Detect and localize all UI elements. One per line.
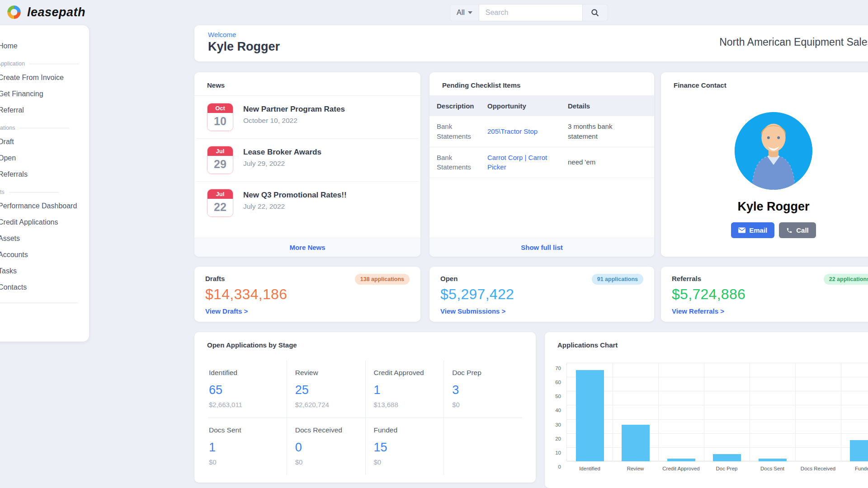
chart-bar-docs-sent xyxy=(759,459,787,461)
more-news-link[interactable]: More News xyxy=(289,244,325,251)
table-row: Bank StatementsCarrot Corp | Carrot Pick… xyxy=(429,147,654,178)
y-axis-tick-label: 50 xyxy=(555,394,561,399)
opportunity-link[interactable]: Carrot Corp | Carrot Picker xyxy=(487,154,547,171)
stage-count: 1 xyxy=(209,441,287,455)
sidebar-item-performance-dashboard[interactable]: Performance Dashboard xyxy=(0,198,89,214)
search-input[interactable] xyxy=(479,4,583,21)
stat-amount: $5,297,422 xyxy=(440,286,643,303)
sidebar-item-credit-applications[interactable]: Credit Applications xyxy=(0,214,89,230)
chart-gridline xyxy=(567,405,868,405)
stage-count: 25 xyxy=(295,383,365,397)
y-axis-tick-label: 10 xyxy=(555,450,561,455)
finance-card-title: Finance Contact xyxy=(661,72,868,95)
sidebar-item-get-financing[interactable]: Get Financing xyxy=(0,86,89,102)
leasepath-logo[interactable]: leasepath xyxy=(5,3,85,22)
sidebar-nav: HomeNew ApplicationCreate From InvoiceGe… xyxy=(0,25,89,342)
stat-view-link[interactable]: View Drafts > xyxy=(205,307,248,315)
sidebar-item-open[interactable]: Open xyxy=(0,150,89,166)
chart-gridline xyxy=(658,363,659,461)
sidebar-section-text: New Application xyxy=(0,61,25,67)
checklist-details-cell: 3 months bank statement xyxy=(568,122,645,141)
stage-amount: $0 xyxy=(209,458,287,466)
search-scope-dropdown[interactable]: All xyxy=(450,4,479,21)
show-full-list-link[interactable]: Show full list xyxy=(521,244,563,251)
y-axis-tick-label: 0 xyxy=(558,464,561,469)
call-button[interactable]: Call xyxy=(779,222,816,238)
news-list-item[interactable]: Jul29Lease Broker AwardsJuly 29, 2022 xyxy=(196,139,419,182)
sidebar-section-label: New Application xyxy=(0,61,89,67)
leasepath-pinwheel-icon xyxy=(5,3,24,22)
chart-bar-review xyxy=(622,425,650,461)
checklist-details-cell: need 'em xyxy=(568,157,645,167)
applications-chart-panel: Applications Chart 010203040506070 Ident… xyxy=(545,332,868,488)
sidebar-section-label: Reports xyxy=(0,189,89,195)
news-list-item[interactable]: Jul22New Q3 Promotional Rates!!July 22, … xyxy=(196,182,419,224)
news-card: News Oct10New Partner Program RatesOctob… xyxy=(194,72,420,257)
stat-amount: $14,334,186 xyxy=(205,286,410,303)
calendar-day: 29 xyxy=(208,156,233,174)
sidebar-item-assets[interactable]: Assets xyxy=(0,230,89,247)
opportunity-link[interactable]: 205\Tractor Stop xyxy=(487,127,538,135)
y-axis-tick-label: 70 xyxy=(555,366,561,371)
chart-gridline xyxy=(567,419,868,420)
stat-view-link[interactable]: View Submissions > xyxy=(440,307,505,315)
organization-name: North American Equipment Sales xyxy=(719,36,868,48)
phone-icon xyxy=(786,227,793,234)
chart-gridline xyxy=(567,433,868,434)
stage-cell-doc-prep: Doc Prep3$0 xyxy=(443,361,522,418)
applications-count-badge: 138 applications xyxy=(355,274,410,285)
contact-name: Kyle Rogger xyxy=(661,200,868,214)
avatar xyxy=(735,112,812,190)
sidebar-item-referral[interactable]: Referral xyxy=(0,102,89,118)
x-axis-category-label: Docs Sent xyxy=(760,466,784,471)
applications-count-badge: 22 applications xyxy=(824,274,868,285)
sidebar-item-home[interactable]: Home xyxy=(0,38,89,54)
checklist-opportunity-cell: Carrot Corp | Carrot Picker xyxy=(487,153,568,173)
sidebar-section-text: Applications xyxy=(0,125,15,131)
chart-gridline xyxy=(567,391,868,391)
contact-photo-illustration xyxy=(735,112,812,190)
stages-panel-title: Open Applications by Stage xyxy=(194,332,536,355)
news-item-text: Lease Broker AwardsJuly 29, 2022 xyxy=(243,146,321,168)
news-list-item[interactable]: Oct10New Partner Program RatesOctober 10… xyxy=(196,96,419,139)
sidebar-item-referrals[interactable]: Referrals xyxy=(0,166,89,183)
stage-count: 1 xyxy=(374,383,444,397)
y-axis-tick-label: 40 xyxy=(555,408,561,413)
section-divider-line xyxy=(29,64,79,64)
y-axis-tick-label: 30 xyxy=(555,422,561,427)
x-axis-category-label: Doc Prep xyxy=(716,466,738,471)
stage-count: 15 xyxy=(374,441,444,455)
stage-label: Doc Prep xyxy=(452,369,522,377)
stat-view-link[interactable]: View Referrals > xyxy=(672,307,724,315)
stage-label: Review xyxy=(295,369,365,377)
stage-cell-review: Review25$2,620,724 xyxy=(287,361,365,418)
checklist-column-header: Details xyxy=(568,102,645,110)
search-icon xyxy=(590,8,599,17)
envelope-icon xyxy=(738,227,745,233)
checklist-column-header: Description xyxy=(429,102,487,110)
search-button[interactable] xyxy=(583,4,608,21)
sidebar-item-draft[interactable]: Draft xyxy=(0,134,89,150)
stage-cell-identified: Identified65$2,663,011 xyxy=(208,361,287,418)
checklist-description-cell: Bank Statements xyxy=(429,122,487,141)
calendar-icon: Oct10 xyxy=(207,103,233,131)
chart-bar-identified xyxy=(576,370,604,461)
sidebar-item-contacts[interactable]: Contacts xyxy=(0,279,89,296)
finance-contact-card: Finance Contact Kyle Rogger Email xyxy=(661,72,868,257)
chart-gridline xyxy=(567,447,868,448)
chart-panel-title: Applications Chart xyxy=(545,332,868,355)
stage-amount: $0 xyxy=(374,458,444,466)
calendar-month: Jul xyxy=(208,189,233,199)
x-axis-category-label: Review xyxy=(627,466,644,471)
stage-cell-docs-sent: Docs Sent1$0 xyxy=(208,418,287,475)
email-button[interactable]: Email xyxy=(731,222,774,238)
x-axis-category-label: Funded xyxy=(855,466,868,471)
chart-bar-doc-prep xyxy=(713,454,741,461)
checklist-footer: Show full list xyxy=(429,238,654,257)
sidebar-item-tasks[interactable]: Tasks xyxy=(0,263,89,279)
sidebar-item-accounts[interactable]: Accounts xyxy=(0,247,89,263)
stage-count: 3 xyxy=(452,383,522,397)
sidebar-section-label: Applications xyxy=(0,125,89,131)
x-axis-category-label: Identified xyxy=(579,466,600,471)
sidebar-item-create-from-invoice[interactable]: Create From Invoice xyxy=(0,70,89,86)
